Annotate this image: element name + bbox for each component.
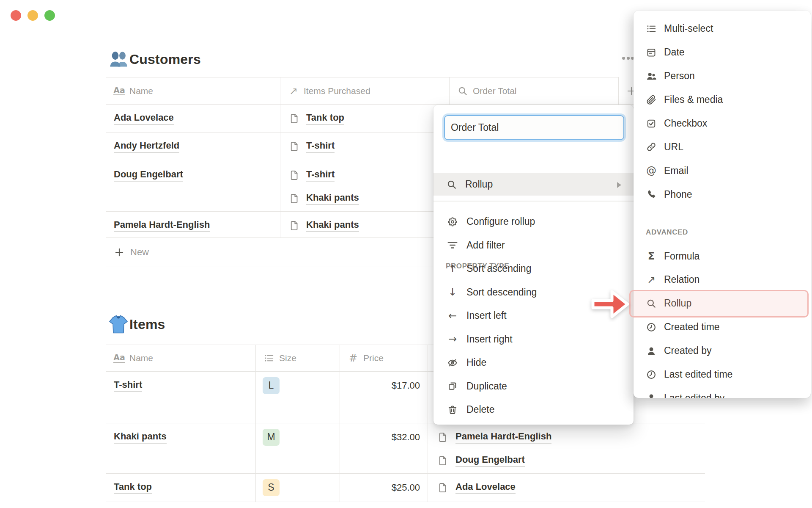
duplicate-icon: [446, 381, 459, 392]
type-menu-item-last-edited-time[interactable]: Last edited time: [634, 363, 811, 387]
size-cell[interactable]: L: [255, 372, 340, 423]
price-cell[interactable]: $17.00: [340, 372, 428, 423]
type-menu-item-files-media[interactable]: Files & media: [634, 88, 811, 112]
page-link[interactable]: Pamela Hardt-English: [114, 219, 210, 232]
window-close-button[interactable]: [11, 10, 21, 21]
relation-page-link[interactable]: Khaki pants: [306, 219, 359, 232]
eye-off-icon: [446, 357, 459, 368]
name-cell[interactable]: Andy Hertzfeld: [106, 133, 280, 161]
menu-item-duplicate[interactable]: Duplicate: [433, 375, 634, 398]
items-purchased-cell[interactable]: T-shirtKhaki pants: [280, 161, 449, 211]
relation-entry[interactable]: T-shirt: [280, 140, 335, 153]
page-link[interactable]: Khaki pants: [114, 431, 167, 444]
customers-relation-cell[interactable]: Ada Lovelace: [428, 474, 705, 502]
menu-item-sort-descending[interactable]: ↓Sort descending: [433, 281, 634, 304]
relation-entry[interactable]: Doug Engelbart: [428, 454, 525, 467]
property-type-selected-rollup[interactable]: Rollup: [433, 173, 634, 196]
price-value: $17.00: [392, 380, 420, 391]
column-header-label: Order Total: [473, 86, 517, 96]
menu-item-insert-right[interactable]: →Insert right: [433, 328, 634, 351]
relation-entry[interactable]: Khaki pants: [280, 192, 359, 205]
menu-item-add-filter[interactable]: Add filter: [433, 234, 634, 257]
column-header-label: Price: [363, 353, 384, 363]
selected-type-label: Rollup: [465, 179, 493, 190]
type-menu-item-label: Checkbox: [664, 118, 707, 129]
menu-item-insert-left[interactable]: ←Insert left: [433, 304, 634, 328]
property-name-input[interactable]: Order Total: [444, 115, 624, 140]
type-menu-item-phone[interactable]: Phone: [634, 182, 811, 206]
type-menu-item-label: Last edited by: [664, 392, 724, 398]
type-menu-item-created-by[interactable]: Created by: [634, 339, 811, 363]
column-header-label: Name: [129, 86, 153, 96]
customers-title: Customers: [129, 52, 201, 67]
column-header-name[interactable]: AaName: [106, 345, 255, 371]
relation-entry[interactable]: Pamela Hardt-English: [428, 431, 551, 444]
relation-page-link[interactable]: T-shirt: [306, 140, 335, 153]
price-cell[interactable]: $25.00: [340, 474, 428, 502]
column-header-name[interactable]: AaName: [106, 77, 280, 104]
column-header-size[interactable]: Size: [255, 345, 340, 371]
relation-page-link[interactable]: Tank top: [306, 112, 344, 125]
column-header-price[interactable]: #Price: [340, 345, 428, 371]
relation-page-link[interactable]: Ada Lovelace: [455, 481, 516, 494]
page-link[interactable]: Andy Hertzfeld: [114, 140, 179, 153]
relation-entry[interactable]: Khaki pants: [280, 219, 359, 232]
column-header-order-total[interactable]: Order Total: [449, 77, 619, 104]
type-menu-item-date[interactable]: Date: [634, 41, 811, 64]
column-header-label: Items Purchased: [304, 86, 370, 96]
page-link[interactable]: Doug Engelbart: [114, 169, 183, 182]
type-menu-item-multi-select[interactable]: Multi-select: [634, 17, 811, 41]
window-minimize-button[interactable]: [27, 10, 38, 21]
items-purchased-cell[interactable]: Khaki pants: [280, 212, 449, 237]
menu-item-configure-rollup[interactable]: Configure rollup: [433, 210, 634, 234]
type-menu-item-label: Multi-select: [664, 23, 713, 34]
arrow-up-icon: ↑: [446, 263, 459, 274]
type-menu-item-relation[interactable]: ↗Relation: [634, 268, 811, 292]
page-link[interactable]: T-shirt: [114, 379, 142, 392]
link-icon: [645, 141, 658, 152]
name-cell[interactable]: Khaki pants: [106, 423, 255, 473]
type-menu-item-last-edited-by[interactable]: Last edited by: [634, 386, 811, 398]
name-cell[interactable]: Doug Engelbart: [106, 161, 280, 211]
type-menu-item-label: Date: [664, 47, 685, 58]
relation-entry[interactable]: Ada Lovelace: [428, 481, 516, 494]
type-menu-item-checkbox[interactable]: Checkbox: [634, 112, 811, 135]
size-cell[interactable]: S: [255, 474, 340, 502]
size-cell[interactable]: M: [255, 423, 340, 473]
page-link[interactable]: Ada Lovelace: [114, 112, 174, 125]
price-cell[interactable]: $32.00: [340, 423, 428, 473]
type-menu-item-url[interactable]: URL: [634, 135, 811, 159]
items-tshirt-emoji-icon: [109, 315, 128, 334]
relation-page-link[interactable]: Pamela Hardt-English: [455, 431, 551, 444]
relation-page-link[interactable]: Doug Engelbart: [455, 454, 525, 467]
relation-entry[interactable]: Tank top: [280, 112, 344, 125]
relation-entry[interactable]: T-shirt: [280, 169, 335, 182]
type-menu-item-person[interactable]: Person: [634, 64, 811, 88]
name-cell[interactable]: Ada Lovelace: [106, 105, 280, 132]
person-filled-icon: [645, 392, 658, 398]
type-menu-item-label: Email: [664, 165, 689, 177]
column-header-items-purchased[interactable]: ↗Items Purchased: [280, 77, 449, 104]
name-cell[interactable]: Pamela Hardt-English: [106, 212, 280, 237]
menu-item-sort-ascending[interactable]: ↑Sort ascending: [433, 257, 634, 281]
arrow-down-icon: ↓: [446, 287, 459, 298]
customers-relation-cell[interactable]: Pamela Hardt-EnglishDoug Engelbart: [428, 423, 705, 473]
file-icon: [437, 482, 448, 493]
name-cell[interactable]: T-shirt: [106, 372, 255, 423]
items-purchased-cell[interactable]: Tank top: [280, 105, 449, 132]
name-cell[interactable]: Tank top: [106, 474, 255, 502]
type-menu-item-label: URL: [664, 141, 683, 153]
items-purchased-cell[interactable]: T-shirt: [280, 133, 449, 161]
type-menu-item-created-time[interactable]: Created time: [634, 315, 811, 339]
page-link[interactable]: Tank top: [114, 481, 152, 494]
menu-item-hide[interactable]: Hide: [433, 351, 634, 375]
table-more-button[interactable]: [622, 57, 634, 60]
type-menu-item-rollup[interactable]: Rollup: [634, 292, 811, 315]
type-menu-item-email[interactable]: @Email: [634, 159, 811, 182]
relation-page-link[interactable]: Khaki pants: [306, 192, 359, 205]
relation-page-link[interactable]: T-shirt: [306, 169, 335, 182]
window-zoom-button[interactable]: [44, 10, 55, 21]
menu-item-delete[interactable]: Delete: [433, 398, 634, 422]
type-menu-item-formula[interactable]: ΣFormula: [634, 244, 811, 268]
list-icon: [645, 23, 658, 34]
